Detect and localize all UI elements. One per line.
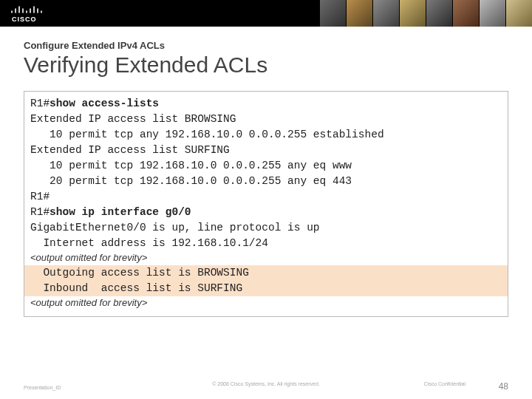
terminal-line: Inbound access list is SURFING xyxy=(30,281,502,296)
banner-photo xyxy=(505,0,532,27)
cisco-logo-icon: CISCO xyxy=(9,2,52,24)
banner-photo xyxy=(479,0,505,27)
terminal-line: Internet address is 192.168.10.1/24 xyxy=(30,236,502,251)
footer-copyright: © 2008 Cisco Systems, Inc. All rights re… xyxy=(212,381,320,386)
terminal-output: R1#show access-lists Extended IP access … xyxy=(24,91,508,317)
banner-photo xyxy=(372,0,399,27)
highlighted-block: Outgoing access list is BROWSING Inbound… xyxy=(24,265,508,296)
terminal-line: Outgoing access list is BROWSING xyxy=(30,265,502,281)
top-banner: CISCO xyxy=(0,0,532,27)
command: show ip interface g0/0 xyxy=(50,206,191,218)
slide-title: Verifying Extended ACLs xyxy=(24,52,508,78)
terminal-line: R1# xyxy=(30,189,502,205)
omitted-note: <output omitted for brevity> xyxy=(30,296,502,310)
banner-photo xyxy=(426,0,452,27)
prompt: R1# xyxy=(30,98,50,109)
prompt: R1# xyxy=(30,206,50,218)
terminal-line: 10 permit tcp 192.168.10.0 0.0.0.255 any… xyxy=(30,158,502,174)
terminal-line: R1#show ip interface g0/0 xyxy=(30,205,502,220)
slide-footer: Presentation_ID © 2008 Cisco Systems, In… xyxy=(0,381,532,392)
command: show access-lists xyxy=(50,98,159,109)
banner-photo xyxy=(399,0,426,27)
banner-photo xyxy=(452,0,479,27)
footer-left: Presentation_ID xyxy=(24,385,61,390)
terminal-line: GigabitEthernet0/0 is up, line protocol … xyxy=(30,220,502,236)
page-number: 48 xyxy=(499,381,508,392)
svg-text:CISCO: CISCO xyxy=(12,16,37,23)
banner-photo xyxy=(346,0,372,27)
terminal-line: Extended IP access list SURFING xyxy=(30,143,502,158)
slide-subtitle: Configure Extended IPv4 ACLs xyxy=(24,40,508,51)
terminal-line: 10 permit tcp any 192.168.10.0 0.0.0.255… xyxy=(30,127,502,143)
terminal-line: R1#show access-lists xyxy=(30,96,502,112)
banner-photo xyxy=(319,0,346,27)
terminal-line: 20 permit tcp 192.168.10.0 0.0.0.255 any… xyxy=(30,174,502,189)
banner-photos xyxy=(319,0,532,27)
omitted-note: <output omitted for brevity> xyxy=(30,251,502,265)
slide-content: Configure Extended IPv4 ACLs Verifying E… xyxy=(0,27,532,317)
terminal-line: Extended IP access list BROWSING xyxy=(30,112,502,127)
footer-confidential: Cisco Confidential xyxy=(424,381,466,386)
